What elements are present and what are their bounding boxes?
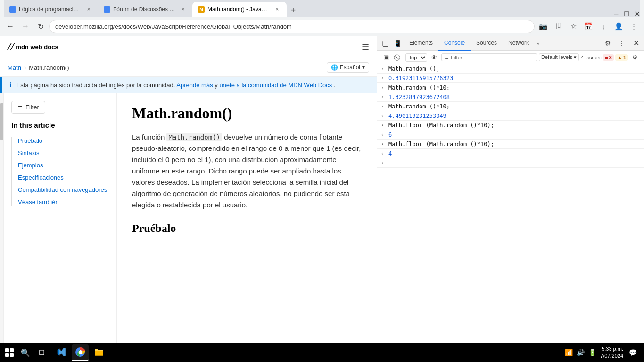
filter-label: Filter bbox=[25, 104, 39, 111]
windows-logo-icon bbox=[5, 348, 14, 357]
screenshot-button[interactable]: 📷 bbox=[537, 20, 550, 33]
devtools-tab-console[interactable]: Console bbox=[438, 36, 471, 51]
translate-button[interactable]: 世 bbox=[552, 20, 565, 33]
tab-1-close[interactable]: × bbox=[85, 6, 92, 13]
taskbar-taskview-button[interactable]: ☐ bbox=[34, 345, 49, 360]
start-button[interactable] bbox=[2, 345, 17, 360]
close-button[interactable]: ✕ bbox=[634, 10, 640, 17]
console-output-arrow: ‹ bbox=[381, 132, 387, 138]
tab-3-favicon: M bbox=[198, 6, 205, 13]
devtools-settings-button[interactable]: ⚙ bbox=[602, 37, 614, 49]
devtools-tab-elements[interactable]: Elements bbox=[404, 36, 438, 51]
breadcrumb-math-link[interactable]: Math bbox=[8, 64, 21, 71]
new-tab-button[interactable]: + bbox=[287, 4, 300, 17]
console-output[interactable]: ›Math.random ();‹0.31923115915776323›Mat… bbox=[377, 64, 644, 362]
battery-icon: 🔋 bbox=[588, 349, 596, 356]
language-button[interactable]: 🌐 Español ▾ bbox=[327, 62, 369, 73]
tab-3-close[interactable]: × bbox=[273, 6, 281, 13]
default-levels-button[interactable]: Default levels ▾ bbox=[539, 53, 579, 61]
toc-link[interactable]: Pruébalo bbox=[18, 137, 42, 144]
notification-icon: 💬 bbox=[629, 349, 637, 356]
issues-button[interactable]: 4 Issues: ■ 3 ▲ 1 bbox=[581, 54, 628, 61]
issues-error-badge: ■ 3 bbox=[603, 54, 614, 61]
console-line: ‹6 bbox=[377, 130, 644, 140]
tab-3[interactable]: M Math.random() - JavaScript | M… × bbox=[192, 2, 287, 17]
mdn-logo-m-icon: // bbox=[8, 41, 14, 53]
console-context-select[interactable]: top bbox=[405, 53, 427, 62]
console-text: 1.3232847923672408 bbox=[388, 94, 640, 100]
devtools-close-button[interactable]: ✕ bbox=[630, 37, 642, 49]
menu-button[interactable]: ⋮ bbox=[627, 20, 640, 33]
clock-time: 5:33 p.m. bbox=[600, 346, 623, 353]
toc-link[interactable]: Ejemplos bbox=[18, 162, 43, 169]
title-bar: Lógica de programación: sume… × Fórum de… bbox=[0, 0, 644, 17]
devtools-more-button[interactable]: » bbox=[537, 41, 539, 46]
toc-link[interactable]: Compatibilidad con navegadores bbox=[18, 186, 107, 193]
taskbar-notification-button[interactable]: 💬 bbox=[627, 347, 638, 358]
reload-button[interactable]: ↻ bbox=[34, 20, 47, 33]
filter-funnel-icon: ≣ bbox=[445, 54, 449, 60]
forward-button[interactable]: → bbox=[19, 20, 32, 33]
toc-link[interactable]: Véase también bbox=[18, 198, 59, 206]
console-text: 4 bbox=[388, 150, 640, 157]
taskbar-right: 📶 🔊 🔋 5:33 p.m. 7/07/2024 💬 bbox=[565, 346, 642, 360]
breadcrumb-separator: › bbox=[24, 64, 26, 71]
taskview-icon: ☐ bbox=[39, 349, 45, 356]
console-toolbar: ▣ ⃠ top 👁 ≣ Default levels ▾ 4 Issues: ■ bbox=[377, 51, 644, 64]
tab-2[interactable]: Fórum de Discussões | Alura La… × bbox=[98, 2, 192, 17]
translation-link2[interactable]: únete a la comunidad de MDN Web Docs bbox=[219, 82, 332, 89]
taskbar-explorer[interactable] bbox=[91, 344, 107, 361]
profile-button[interactable]: 👤 bbox=[612, 20, 625, 33]
bookmark-button[interactable]: ☆ bbox=[567, 20, 580, 33]
clock-date: 7/07/2024 bbox=[600, 353, 623, 360]
taskbar-sys-icons: 📶 🔊 🔋 bbox=[565, 349, 596, 356]
taskbar-vscode[interactable] bbox=[53, 344, 70, 361]
minimize-button[interactable]: – bbox=[613, 10, 619, 17]
console-text: 4.490119231253349 bbox=[388, 113, 640, 119]
mdn-page: // mdn web docs _ ☰ Math › Math.random()… bbox=[0, 36, 377, 362]
console-filter-input[interactable] bbox=[451, 55, 534, 60]
console-sidebar-button[interactable]: ▣ bbox=[381, 52, 391, 63]
console-clear-button[interactable]: ⃠ bbox=[393, 52, 404, 63]
taskbar-search-button[interactable]: 🔍 bbox=[17, 345, 34, 360]
vscode-icon bbox=[56, 347, 66, 357]
address-bar[interactable] bbox=[49, 20, 535, 33]
console-settings-button[interactable]: ⚙ bbox=[630, 52, 640, 63]
console-text: Math.floor (Math.random ()*10); bbox=[388, 122, 640, 129]
toc-link[interactable]: Especificaciones bbox=[18, 174, 64, 181]
toc-title: In this article bbox=[11, 121, 109, 129]
sound-icon: 🔊 bbox=[577, 349, 585, 356]
devtools-inspect-button[interactable]: ▢ bbox=[379, 37, 391, 49]
network-icon: 📶 bbox=[565, 349, 573, 356]
mdn-sidebar: ≣ Filter In this article PruébaloSintaxi… bbox=[4, 93, 117, 362]
devtools-tabs-bar: ▢ 📱 Elements Console Sources Network » ⚙ bbox=[377, 36, 644, 51]
chevron-down-icon: ▾ bbox=[362, 64, 365, 71]
maximize-button[interactable]: □ bbox=[623, 10, 630, 17]
filter-icon: ≣ bbox=[17, 104, 23, 111]
console-line: ‹0.31923115915776323 bbox=[377, 74, 644, 83]
console-input-arrow: › bbox=[381, 103, 387, 109]
translation-connector: y bbox=[215, 82, 219, 89]
history-button[interactable]: 📅 bbox=[582, 20, 595, 33]
devtools-tab-sources[interactable]: Sources bbox=[471, 36, 503, 51]
toc-link[interactable]: Sintaxis bbox=[18, 149, 40, 156]
console-input-arrow: › bbox=[381, 122, 387, 128]
mdn-logo[interactable]: // mdn web docs _ bbox=[8, 41, 65, 53]
console-line: › bbox=[377, 158, 644, 168]
taskbar-chrome[interactable] bbox=[72, 344, 89, 361]
devtools-device-button[interactable]: 📱 bbox=[391, 37, 404, 49]
tab-1[interactable]: Lógica de programación: sume… × bbox=[4, 2, 98, 17]
taskbar-clock[interactable]: 5:33 p.m. 7/07/2024 bbox=[600, 346, 623, 360]
download-button[interactable]: ↓ bbox=[597, 20, 610, 33]
tab-2-close[interactable]: × bbox=[179, 6, 187, 13]
back-button[interactable]: ← bbox=[4, 20, 17, 33]
mdn-menu-button[interactable]: ☰ bbox=[362, 42, 369, 52]
console-text: Math.random ()*10; bbox=[388, 103, 640, 110]
translation-link1[interactable]: Aprende más bbox=[176, 82, 213, 89]
devtools-more-options-button[interactable]: ⋮ bbox=[616, 37, 628, 49]
devtools-tab-network[interactable]: Network bbox=[503, 36, 535, 51]
mdn-article[interactable]: Math.random() La función Math.random() d… bbox=[117, 93, 377, 362]
toc-list-item: Compatibilidad con navegadores bbox=[18, 186, 109, 193]
filter-button[interactable]: ≣ Filter bbox=[11, 101, 45, 114]
console-eye-button[interactable]: 👁 bbox=[429, 52, 439, 63]
